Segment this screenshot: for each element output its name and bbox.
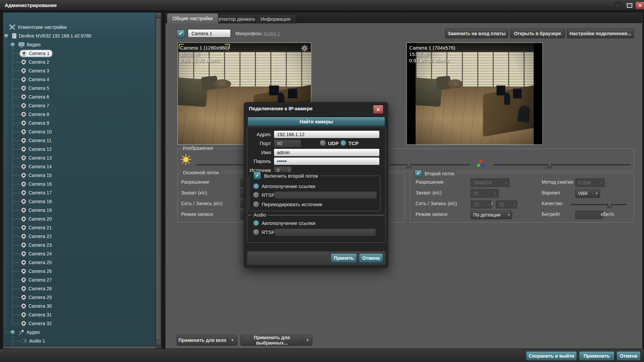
tree-item-devline-nvr32-192-168-1-42-9780[interactable]: −Devline NVR32 192.168.1.42:9780	[3, 32, 151, 40]
name-input[interactable]	[274, 148, 380, 157]
tree-item-camera-9[interactable]: Camera 9	[3, 119, 162, 127]
collapse-icon[interactable]: −	[10, 42, 15, 47]
contrast-slider[interactable]	[389, 164, 470, 166]
collapse-icon[interactable]: −	[4, 34, 9, 39]
tree-item-body[interactable]: Camera 13	[20, 155, 54, 161]
tree-item-body[interactable]: Camera 29	[20, 294, 54, 301]
tree-item-camera-23[interactable]: Camera 23	[3, 241, 162, 249]
tree-item-camera-11[interactable]: Camera 11	[3, 136, 162, 144]
tree-item-body[interactable]: Devline NVR32 192.168.1.42:9780	[11, 33, 94, 39]
chevron-down-icon[interactable]: ▼	[228, 335, 237, 345]
tree-item-camera-5[interactable]: Camera 5	[3, 84, 162, 92]
tree-item-body[interactable]: Camera 6	[20, 94, 52, 100]
transcode-radio[interactable]	[253, 201, 259, 207]
tree-item-body[interactable]: Camera 17	[20, 190, 54, 196]
video-rtsp-radio[interactable]	[253, 192, 259, 198]
gear-icon[interactable]	[301, 44, 309, 53]
collapse-icon[interactable]: −	[10, 330, 15, 335]
camera-name-input[interactable]	[188, 29, 231, 38]
save-and-exit-button[interactable]: Сохранить и выйти	[526, 351, 577, 361]
tree-item-camera-16[interactable]: Camera 16	[3, 180, 162, 188]
tcp-radio[interactable]	[340, 140, 346, 146]
tree-item-camera-30[interactable]: Camera 30	[3, 302, 162, 310]
open-in-browser-button[interactable]: Открыть в браузере	[510, 28, 565, 38]
tree-item-body[interactable]: Camera 9	[20, 120, 52, 126]
cancel-button[interactable]: Отмена	[616, 351, 641, 361]
scroll-down-icon[interactable]: ▼	[156, 340, 161, 345]
dialog-close-icon[interactable]: ✕	[373, 105, 383, 114]
tree-item-body[interactable]: Camera 12	[20, 146, 54, 153]
tree-item-body[interactable]: Camera 22	[20, 233, 54, 240]
second-stream-checkbox[interactable]: ✓	[415, 170, 422, 177]
quality-slider[interactable]	[571, 204, 627, 205]
tree-item-body[interactable]: Camera 14	[20, 164, 54, 170]
connection-settings-button[interactable]: Настройки подключения...	[567, 28, 634, 38]
tree-item-body[interactable]: Клиентские настройки	[8, 24, 69, 31]
tree-item-body[interactable]: Camera 30	[20, 303, 54, 309]
tree-item-camera-31[interactable]: Camera 31	[3, 311, 162, 319]
chevron-down-icon[interactable]: ▼	[303, 335, 312, 345]
port-input[interactable]	[274, 139, 301, 147]
tree-item-body[interactable]: Camera 7	[20, 103, 52, 109]
tree-item-body[interactable]: Camera 25	[20, 259, 54, 266]
tree-selected-item[interactable]: Camera 1	[20, 50, 52, 57]
tree-item-camera-15[interactable]: Camera 15	[3, 171, 162, 179]
tree-item-body[interactable]: Camera 20	[20, 216, 54, 222]
tree-item-body[interactable]: Audio 1	[20, 338, 48, 344]
enable-second-stream-checkbox[interactable]: ✓	[254, 172, 261, 179]
tree-item-body[interactable]: Camera 16	[20, 181, 54, 187]
tree-item-camera-2[interactable]: Camera 2	[3, 58, 162, 66]
tree-item-camera-24[interactable]: Camera 24	[3, 250, 162, 258]
tree-item-camera-4[interactable]: Camera 4	[3, 75, 162, 83]
tree-item-camera-3[interactable]: Camera 3	[3, 67, 162, 75]
video-auto-link-radio[interactable]	[253, 183, 259, 189]
audio-rtsp-radio[interactable]	[253, 229, 259, 235]
tree-item-camera-22[interactable]: Camera 22	[3, 232, 162, 240]
tree-item-body[interactable]: Camera 27	[20, 277, 54, 283]
tree-item-body[interactable]: Camera 24	[20, 251, 54, 257]
scroll-up-icon[interactable]: ▲	[156, 13, 161, 18]
camera-enabled-checkbox[interactable]: ✓	[177, 30, 185, 38]
tree-item-camera-20[interactable]: Camera 20	[3, 215, 162, 223]
find-cameras-button[interactable]: Найти камеры	[248, 117, 385, 126]
tree-item-body[interactable]: Camera 31	[20, 312, 54, 318]
tree-item-camera-14[interactable]: Camera 14	[3, 163, 162, 171]
tree-item-camera-10[interactable]: Camera 10	[3, 128, 162, 136]
dialog-cancel-button[interactable]: Отмена	[359, 253, 383, 263]
tree-item-camera-17[interactable]: Camera 17	[3, 189, 162, 197]
tree-item-camera-1[interactable]: Camera 1	[3, 49, 162, 57]
address-input[interactable]	[274, 130, 380, 138]
sidebar-vertical-scrollbar[interactable]: ▲ ▼	[155, 12, 161, 346]
tree-item-body[interactable]: Camera 23	[20, 242, 54, 248]
tree-item-body[interactable]: Camera 5	[20, 85, 52, 92]
udp-radio[interactable]	[320, 140, 326, 146]
replace-board-input-button[interactable]: Заменить на вход платы	[445, 28, 508, 38]
tree-item-body[interactable]: Видео	[17, 42, 43, 48]
tree-item-camera-25[interactable]: Camera 25	[3, 258, 162, 266]
variant-combo[interactable]: VBR▾	[575, 189, 600, 198]
maximize-button[interactable]	[625, 2, 634, 9]
tree-item-body[interactable]: Camera 21	[20, 225, 54, 231]
tree-item-body[interactable]: Аудио	[17, 329, 43, 336]
tree-item-body[interactable]: Camera 32	[20, 320, 54, 327]
tree-item-видео[interactable]: −Видео	[3, 41, 158, 49]
tree-item-body[interactable]: Camera 26	[20, 268, 54, 275]
tree-item-body[interactable]: Camera 15	[20, 172, 54, 179]
tree-item-аудио[interactable]: −Аудио	[3, 328, 158, 336]
tree-item-camera-6[interactable]: Camera 6	[3, 93, 162, 101]
second-record-mode-combo[interactable]: По детекции▾	[471, 210, 512, 219]
tree-item-body[interactable]: Camera 4	[20, 76, 52, 83]
accept-button[interactable]: Принять	[331, 253, 357, 263]
saturation-slider-handle[interactable]	[547, 161, 552, 168]
tree-item-body[interactable]: Camera 28	[20, 286, 54, 292]
audio-rtsp-input[interactable]	[274, 228, 376, 236]
tree-item-camera-19[interactable]: Camera 19	[3, 206, 162, 214]
microphone-link[interactable]: Audio 1	[264, 31, 280, 36]
minimize-button[interactable]: —	[614, 2, 622, 9]
tree-item-camera-13[interactable]: Camera 13	[3, 154, 162, 162]
scrollbar-thumb[interactable]	[156, 18, 161, 340]
tree-item-camera-32[interactable]: Camera 32	[3, 319, 162, 327]
tree-item-camera-28[interactable]: Camera 28	[3, 285, 162, 293]
audio-auto-link-radio[interactable]	[253, 220, 259, 226]
video-rtsp-input[interactable]	[274, 191, 377, 199]
